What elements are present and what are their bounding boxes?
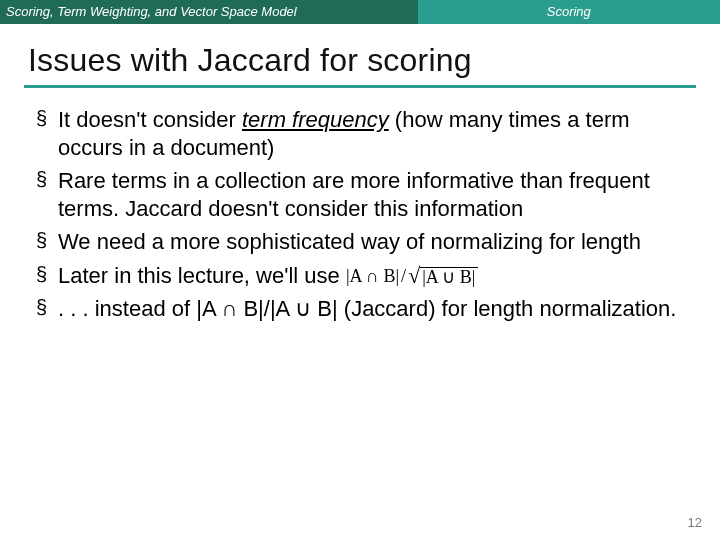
text: Rare terms in a collection are more info… <box>58 168 650 221</box>
radical-icon: √ <box>408 267 420 285</box>
list-item: Later in this lecture, we'll use |A ∩ B|… <box>36 262 684 290</box>
text: We need a more sophisticated way of norm… <box>58 229 641 254</box>
list-item: . . . instead of |A ∩ B|/|A ∪ B| (Jaccar… <box>36 295 684 323</box>
list-item: Rare terms in a collection are more info… <box>36 167 684 222</box>
text: It doesn't consider <box>58 107 242 132</box>
text: . . . instead of |A ∩ B|/|A ∪ B| (Jaccar… <box>58 296 676 321</box>
list-item: It doesn't consider term frequency (how … <box>36 106 684 161</box>
text: Later in this lecture, we'll use <box>58 263 346 288</box>
page-number: 12 <box>688 515 702 530</box>
formula: |A ∩ B| / √ |A ∪ B| <box>346 265 479 288</box>
slide-body: It doesn't consider term frequency (how … <box>0 88 720 323</box>
slide-title: Issues with Jaccard for scoring <box>0 24 720 85</box>
emph-term-frequency: term frequency <box>242 107 389 132</box>
bullet-list: It doesn't consider term frequency (how … <box>36 106 684 323</box>
header-left: Scoring, Term Weighting, and Vector Spac… <box>0 0 418 24</box>
sqrt: √ |A ∪ B| <box>408 267 478 287</box>
formula-numer: |A ∩ B| <box>346 265 399 288</box>
list-item: We need a more sophisticated way of norm… <box>36 228 684 256</box>
header-right: Scoring <box>418 0 720 24</box>
header-bar: Scoring, Term Weighting, and Vector Spac… <box>0 0 720 24</box>
formula-sep: / <box>401 265 406 288</box>
formula-denom: |A ∪ B| <box>420 267 478 287</box>
